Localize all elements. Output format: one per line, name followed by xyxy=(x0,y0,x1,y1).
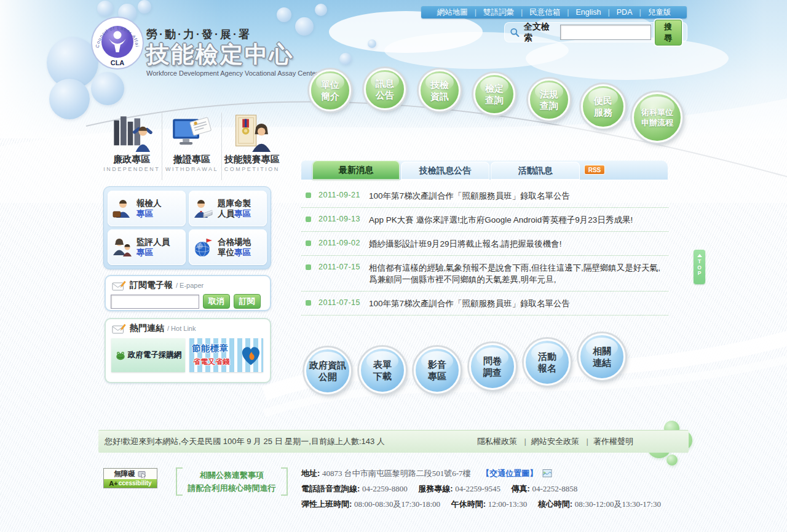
nav-english-link[interactable]: English xyxy=(560,8,601,17)
gov-eprocurement-banner[interactable]: 政府電子採購網 xyxy=(111,338,185,372)
main-nav-regulations-query[interactable]: 法規查詢 xyxy=(528,79,570,121)
news-item[interactable]: 2011-09-02 婚紗攝影設計班9月29日將截止報名,請把握最後機會! xyxy=(301,232,668,256)
logo-abbr: CLA xyxy=(111,59,125,66)
lunch-hours-value: 12:00-13:30 xyxy=(488,499,528,509)
nav-label: 調查 xyxy=(483,367,502,378)
integrity-zone[interactable]: 廉政專區 INDEPENDENT xyxy=(102,113,162,180)
back-to-top-button[interactable]: TOP xyxy=(694,250,705,284)
nav-pda-link[interactable]: PDA xyxy=(601,8,633,17)
nav-label: 專區 xyxy=(428,370,446,382)
bullet-icon xyxy=(306,193,311,198)
skills-competition-zone[interactable]: 技能競賽專區 COMPETITION xyxy=(221,113,282,180)
cla-logo[interactable]: Council of Labor Affairs CLA xyxy=(90,16,144,70)
nav-label: 公開 xyxy=(318,371,337,383)
zone-title: 技能競賽專區 xyxy=(222,154,282,165)
tab-label: 最新消息 xyxy=(339,165,373,176)
epaper-title: 訂閱電子報 xyxy=(130,280,173,291)
accessibility-badge[interactable]: 無障礙 A+ccessibility xyxy=(103,468,157,488)
nav-label: 技檢 xyxy=(430,79,449,90)
news-item[interactable]: 2011-09-13 App PK大賽 邀你來評選!北市府Google Andr… xyxy=(301,208,668,232)
privacy-policy-link[interactable]: 隱私權政策 xyxy=(477,437,517,446)
main-nav-announcements[interactable]: 訊息公告 xyxy=(364,68,406,110)
main-nav-public-services[interactable]: 便民服務 xyxy=(581,84,625,129)
service-nav-related-links[interactable]: 相關連結 xyxy=(579,333,625,380)
nav-label: 簡介 xyxy=(321,90,339,102)
news-item[interactable]: 2011-07-15 相信都有這樣的經驗,氣象預報不是說會下雨,但往往這邊下,隔… xyxy=(301,256,668,292)
service-nav-forms-download[interactable]: 表單下載 xyxy=(359,347,406,394)
main-nav-practical-exam-process[interactable]: 術科單位申辦流程 xyxy=(632,92,682,143)
zone-subtitle: WITHDRAWAL xyxy=(162,166,222,172)
up-arrow-icon xyxy=(697,254,702,257)
nav-label: 術科單位 xyxy=(641,107,673,117)
nav-label: 公告 xyxy=(376,89,394,101)
tab-event-news[interactable]: 活動訊息 xyxy=(491,162,580,180)
news-item[interactable]: 2011-09-21 100年第7梯次產訓合作「照顧服務員班」錄取名單公告 xyxy=(301,184,668,208)
service-nav-gov-info-disclosure[interactable]: 政府資訊公開 xyxy=(304,347,351,394)
epaper-cancel-button[interactable]: 取消 xyxy=(203,294,230,309)
service-nav-event-registration[interactable]: 活動報名 xyxy=(524,339,571,386)
policy-links: 隱私權政策 網站安全政策 著作權聲明 xyxy=(477,436,633,447)
banner-label: 省電又省錢 xyxy=(193,357,230,367)
page: 網站地圖 雙語詞彙 民意信箱 English PDA 兒童版 全文檢索 搜尋 C… xyxy=(0,0,787,532)
main-nav-certification-query[interactable]: 檢定查詢 xyxy=(473,73,515,115)
main-nav-unit-intro[interactable]: 單位簡介 xyxy=(309,69,351,111)
energy-label-banner[interactable]: 節能標章 省電又省錢 xyxy=(189,338,263,372)
nav-label: 單位 xyxy=(321,79,339,90)
news-title-link[interactable]: 相信都有這樣的經驗,氣象預報不是說會下雨,但往往這邊下,隔壁鄉鎮又是好天氣,爲兼… xyxy=(369,261,668,285)
accessibility-grade-text: ccessibility xyxy=(119,479,152,488)
map-icon[interactable] xyxy=(542,469,552,477)
news-title-link[interactable]: 婚紗攝影設計班9月29日將截止報名,請把握最後機會! xyxy=(369,237,668,250)
bullet-icon xyxy=(306,216,311,222)
nav-opinion-mailbox-link[interactable]: 民意信箱 xyxy=(514,7,560,18)
epaper-email-input[interactable] xyxy=(111,295,199,309)
bullet-icon xyxy=(306,240,311,246)
news-list: 2011-09-21 100年第7梯次產訓合作「照顧服務員班」錄取名單公告 20… xyxy=(301,184,668,316)
nav-label: 便民 xyxy=(594,95,612,106)
card-zone-link: 專區 xyxy=(234,209,251,218)
member-zones-panel: 報檢人 專區 題庫命製 人員專區 監評人員 專區 xyxy=(103,186,271,269)
service-nav-survey[interactable]: 問卷調查 xyxy=(469,343,516,390)
security-policy-link[interactable]: 網站安全政策 xyxy=(520,437,579,446)
nav-sitemap-link[interactable]: 網站地圖 xyxy=(437,7,468,18)
main-nav-assay-info[interactable]: 技檢資訊 xyxy=(419,69,461,111)
copyright-link[interactable]: 著作權聲明 xyxy=(582,437,633,446)
news-title-link[interactable]: 100年第7梯次產訓合作「照顧服務員班」錄取名單公告 xyxy=(369,189,668,202)
bullet-icon xyxy=(306,264,311,270)
service-nav-media-zone[interactable]: 影音專區 xyxy=(414,347,461,394)
site-title: 技能檢定中心 xyxy=(146,42,349,68)
epaper-subscribe-button[interactable]: 訂閱 xyxy=(234,294,261,309)
rss-button[interactable]: RSS xyxy=(584,165,605,175)
revocation-zone[interactable]: 撤證專區 WITHDRAWAL xyxy=(162,113,222,180)
evaluator-zone-card[interactable]: 監評人員 專區 xyxy=(108,229,186,265)
banner-label: 政府電子採購網 xyxy=(128,350,182,360)
nav-label: 申辦流程 xyxy=(641,117,673,128)
zone-subtitle: INDEPENDENT xyxy=(102,166,162,172)
search-button[interactable]: 搜尋 xyxy=(655,20,682,46)
nav-bilingual-glossary-link[interactable]: 雙語詞彙 xyxy=(468,7,514,18)
nav-label: 查詢 xyxy=(485,94,504,106)
hotlink-panel: 熱門連結 / Hot Link 政府電子採購網 節能標章 省電又省錢 xyxy=(105,318,271,383)
lunch-hours-label: 午休時間: xyxy=(451,499,486,509)
search-label: 全文檢索 xyxy=(524,22,556,44)
qualified-venue-zone-card[interactable]: 合格場地 單位專區 xyxy=(189,229,267,265)
search-input[interactable] xyxy=(560,25,651,40)
question-bank-staff-zone-card[interactable]: 題庫命製 人員專區 xyxy=(189,191,267,226)
nav-label: 表單 xyxy=(373,359,392,370)
news-item[interactable]: 2011-07-15 100年第7梯次產訓合作「照顧服務員班」錄取名單公告 xyxy=(301,292,668,316)
news-title-link[interactable]: 100年第7梯次產訓合作「照顧服務員班」錄取名單公告 xyxy=(369,297,668,309)
address-label: 地址: xyxy=(301,469,320,478)
fax-value: 04-2252-8858 xyxy=(532,484,578,493)
nav-label: 影音 xyxy=(428,359,446,370)
tab-latest-news[interactable]: 最新消息 xyxy=(312,161,400,180)
tab-assay-announcements[interactable]: 技檢訊息公告 xyxy=(401,162,489,180)
news-title-link[interactable]: App PK大賽 邀你來評選!北市府Google Android菁英種子9月23… xyxy=(369,213,668,226)
bullet-icon xyxy=(306,300,311,306)
nav-kids-link[interactable]: 兒童版 xyxy=(632,7,671,18)
nav-label: 資訊 xyxy=(430,90,449,102)
agency-name: 勞·動·力·發·展·署 xyxy=(146,27,349,42)
card-zone-link: 專區 xyxy=(234,248,251,257)
competition-medal-icon xyxy=(231,114,272,152)
envelope-pencil-icon xyxy=(112,280,127,291)
traffic-map-link[interactable]: 【交通位置圖】 xyxy=(481,469,537,478)
applicant-zone-card[interactable]: 報檢人 專區 xyxy=(108,191,186,226)
